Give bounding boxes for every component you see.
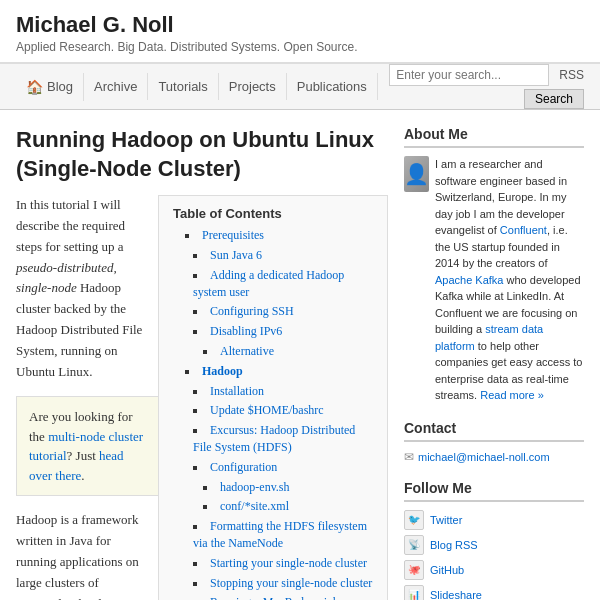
kafka-link[interactable]: Apache Kafka	[435, 274, 504, 286]
nav-item-blog[interactable]: 🏠 Blog	[16, 73, 84, 101]
twitter-link[interactable]: Twitter	[430, 514, 462, 526]
toc-title: Table of Contents	[173, 206, 373, 221]
nav-search-wrapper: RSS Search	[389, 64, 584, 109]
toc-item: Formatting the HDFS filesystem via the N…	[193, 518, 373, 552]
follow-item-blog-rss: 📡Blog RSS	[404, 535, 584, 555]
toc-link[interactable]: conf/*site.xml	[220, 499, 289, 513]
toc-link[interactable]: Alternative	[220, 344, 274, 358]
toc-item: Installation	[193, 383, 373, 400]
toc-item: Configuring SSH	[193, 303, 373, 320]
follow-items: 🐦Twitter📡Blog RSS🐙GitHub📊Slideshare	[404, 510, 584, 601]
search-input[interactable]	[389, 64, 549, 86]
left-column: Running Hadoop on Ubuntu Linux (Single-N…	[16, 126, 388, 600]
toc-item: Prerequisites	[185, 227, 373, 244]
blog-rss-icon: 📡	[404, 535, 424, 555]
contact-section: Contact michael@michael-noll.com	[404, 420, 584, 464]
toc-link[interactable]: Formatting the HDFS filesystem via the N…	[193, 519, 367, 550]
slideshare-link[interactable]: Slideshare	[430, 589, 482, 601]
about-me-box: I am a researcher and software engineer …	[404, 156, 584, 404]
follow-item-slideshare: 📊Slideshare	[404, 585, 584, 601]
slideshare-icon: 📊	[404, 585, 424, 601]
blog-rss-link[interactable]: Blog RSS	[430, 539, 478, 551]
toc-item: Disabling IPv6	[193, 323, 373, 340]
follow-title: Follow Me	[404, 480, 584, 502]
stream-data-link[interactable]: stream data platform	[435, 323, 543, 352]
contact-email: michael@michael-noll.com	[404, 450, 584, 464]
rss-link[interactable]: RSS	[559, 68, 584, 82]
toc-item: Update $HOME/bashrc	[193, 402, 373, 419]
nav-item-projects[interactable]: Projects	[219, 73, 287, 100]
toc-link[interactable]: Starting your single-node cluster	[210, 556, 367, 570]
toc-item: Running a MapReduce job	[193, 594, 373, 600]
site-header: Michael G. Noll Applied Research. Big Da…	[0, 0, 600, 63]
toc-item: conf/*site.xml	[203, 498, 373, 515]
nav-bar: 🏠 Blog Archive Tutorials Projects Public…	[0, 63, 600, 110]
read-more-link[interactable]: Read more »	[480, 389, 544, 401]
toc-link[interactable]: Installation	[210, 384, 264, 398]
nav-item-tutorials[interactable]: Tutorials	[148, 73, 218, 100]
toc-item: Configuration	[193, 459, 373, 476]
follow-section: Follow Me 🐦Twitter📡Blog RSS🐙GitHub📊Slide…	[404, 480, 584, 601]
toc-link[interactable]: hadoop-env.sh	[220, 480, 290, 494]
main-content: Running Hadoop on Ubuntu Linux (Single-N…	[0, 110, 600, 600]
site-title: Michael G. Noll	[16, 12, 584, 38]
email-link[interactable]: michael@michael-noll.com	[418, 451, 550, 463]
toc-item: Adding a dedicated Hadoop system user	[193, 267, 373, 301]
home-icon: 🏠	[26, 79, 43, 95]
about-section: About Me I am a researcher and software …	[404, 126, 584, 404]
toc-item: Sun Java 6	[193, 247, 373, 264]
nav-links: 🏠 Blog Archive Tutorials Projects Public…	[16, 73, 378, 101]
article-title: Running Hadoop on Ubuntu Linux (Single-N…	[16, 126, 388, 183]
toc-link[interactable]: Configuring SSH	[210, 304, 294, 318]
nav-item-archive[interactable]: Archive	[84, 73, 148, 100]
toc-item: Stopping your single-node cluster	[193, 575, 373, 592]
toc-item: Hadoop	[185, 363, 373, 380]
follow-item-github: 🐙GitHub	[404, 560, 584, 580]
toc-list: PrerequisitesSun Java 6Adding a dedicate…	[173, 227, 373, 600]
about-text: I am a researcher and software engineer …	[435, 156, 584, 404]
twitter-icon: 🐦	[404, 510, 424, 530]
toc-link[interactable]: Hadoop	[202, 364, 243, 378]
confluent-link[interactable]: Confluent	[500, 224, 547, 236]
toc-item: Starting your single-node cluster	[193, 555, 373, 572]
toc-link[interactable]: Disabling IPv6	[210, 324, 282, 338]
nav-search-row: RSS	[389, 64, 584, 86]
site-tagline: Applied Research. Big Data. Distributed …	[16, 40, 584, 54]
toc-link[interactable]: Configuration	[210, 460, 277, 474]
toc-item: hadoop-env.sh	[203, 479, 373, 496]
toc-link[interactable]: Stopping your single-node cluster	[210, 576, 372, 590]
toc-item: Excursus: Hadoop Distributed File System…	[193, 422, 373, 456]
right-column: About Me I am a researcher and software …	[404, 126, 584, 600]
about-title: About Me	[404, 126, 584, 148]
toc-link[interactable]: Running a MapReduce job	[210, 595, 339, 600]
multi-node-link[interactable]: multi-node cluster tutorial	[29, 429, 143, 464]
nav-item-publications[interactable]: Publications	[287, 73, 378, 100]
toc-link[interactable]: Prerequisites	[202, 228, 264, 242]
toc-link[interactable]: Excursus: Hadoop Distributed File System…	[193, 423, 355, 454]
contact-title: Contact	[404, 420, 584, 442]
toc-link[interactable]: Update $HOME/bashrc	[210, 403, 324, 417]
github-icon: 🐙	[404, 560, 424, 580]
table-of-contents: Table of Contents PrerequisitesSun Java …	[158, 195, 388, 600]
avatar	[404, 156, 429, 192]
toc-item: Alternative	[203, 343, 373, 360]
search-button[interactable]: Search	[524, 89, 584, 109]
github-link[interactable]: GitHub	[430, 564, 464, 576]
toc-link[interactable]: Sun Java 6	[210, 248, 262, 262]
follow-item-twitter: 🐦Twitter	[404, 510, 584, 530]
toc-link[interactable]: Adding a dedicated Hadoop system user	[193, 268, 344, 299]
